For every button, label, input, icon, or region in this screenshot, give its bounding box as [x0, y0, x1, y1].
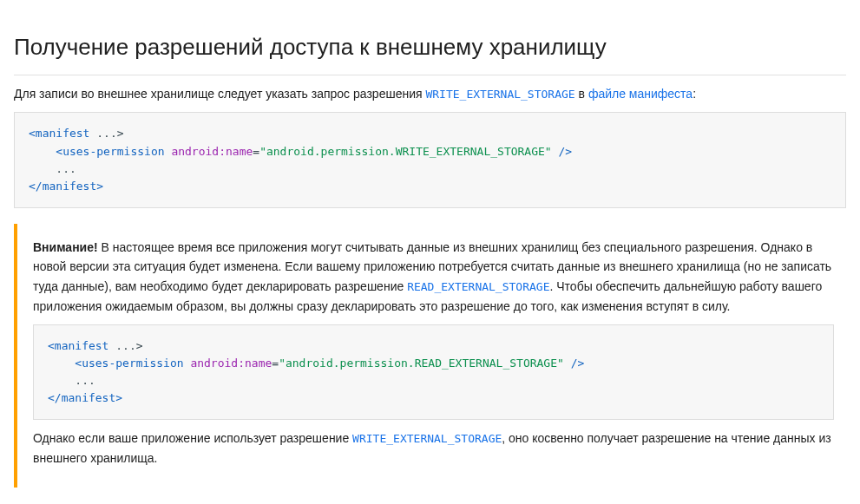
- page-heading: Получение разрешений доступа к внешнему …: [14, 29, 846, 75]
- code-token: />: [564, 357, 584, 370]
- code-token: <manifest: [29, 127, 96, 140]
- intro-text: в: [575, 87, 588, 101]
- code-token: ...: [48, 374, 95, 387]
- intro-text: :: [693, 87, 696, 101]
- code-token: <manifest: [48, 339, 115, 352]
- code-block-read-permission: <manifest ...> <uses-permission android:…: [33, 324, 834, 421]
- intro-paragraph: Для записи во внешнее хранилище следует …: [14, 84, 846, 104]
- read-external-storage-link[interactable]: READ_EXTERNAL_STORAGE: [407, 279, 549, 293]
- code-token: />: [552, 145, 572, 158]
- code-token: =: [272, 357, 279, 370]
- caution-note: Внимание! В настоящее время все приложен…: [14, 224, 846, 488]
- code-token: ...>: [96, 127, 123, 140]
- code-token: [48, 357, 75, 370]
- caution-paragraph-2: Однако если ваше приложение использует р…: [33, 429, 834, 468]
- code-token: <uses-permission: [56, 145, 171, 158]
- code-token: =: [253, 145, 259, 158]
- code-token: "android.permission.WRITE_EXTERNAL_STORA…: [259, 145, 552, 158]
- code-token: [29, 145, 56, 158]
- code-token: </manifest>: [29, 180, 103, 193]
- manifest-file-link[interactable]: файле манифеста: [588, 87, 693, 101]
- write-external-storage-link[interactable]: WRITE_EXTERNAL_STORAGE: [425, 87, 574, 101]
- read-external-storage-code: READ_EXTERNAL_STORAGE: [407, 280, 549, 293]
- code-block-write-permission: <manifest ...> <uses-permission android:…: [14, 112, 846, 208]
- code-token: </manifest>: [48, 391, 122, 404]
- code-token: <uses-permission: [75, 357, 190, 370]
- caution-paragraph-1: Внимание! В настоящее время все приложен…: [33, 238, 834, 316]
- caution-label: Внимание!: [33, 240, 98, 254]
- code-token: ...>: [115, 339, 142, 352]
- code-token: "android.permission.READ_EXTERNAL_STORAG…: [279, 357, 564, 370]
- intro-text: Для записи во внешнее хранилище следует …: [14, 87, 425, 101]
- code-token: ...: [29, 162, 76, 175]
- code-token: android:name: [171, 145, 253, 158]
- write-external-storage-link[interactable]: WRITE_EXTERNAL_STORAGE: [352, 431, 502, 445]
- write-external-storage-code: WRITE_EXTERNAL_STORAGE: [425, 88, 574, 101]
- caution-text: Однако если ваше приложение использует р…: [33, 431, 352, 445]
- code-token: android:name: [190, 357, 272, 370]
- write-external-storage-code: WRITE_EXTERNAL_STORAGE: [352, 432, 502, 445]
